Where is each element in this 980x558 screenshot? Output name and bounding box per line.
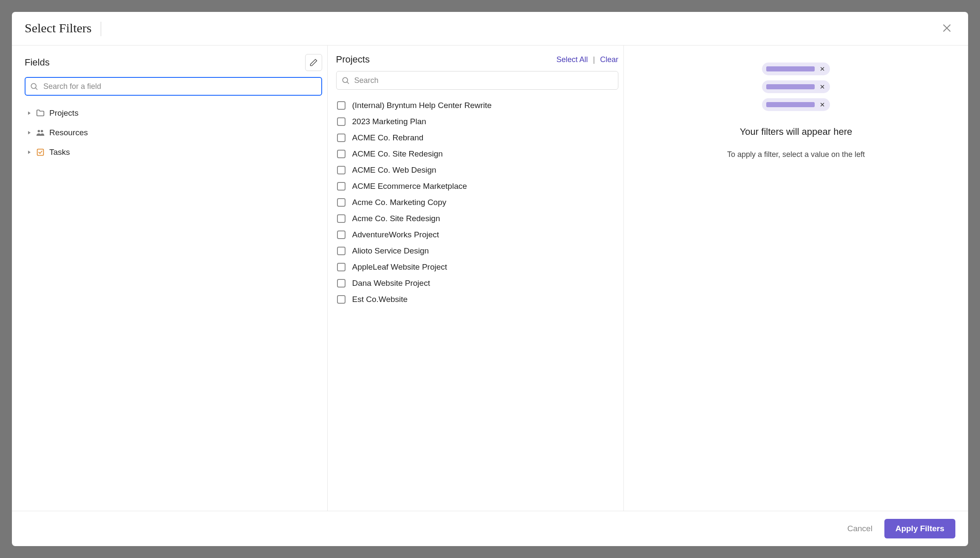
value-row[interactable]: ACME Co. Site Redesign [336,146,615,162]
select-filters-modal: Select Filters Fields [12,12,968,546]
value-row[interactable]: (Internal) Bryntum Help Center Rewrite [336,97,615,114]
checkbox[interactable] [337,166,346,174]
value-label: AppleLeaf Website Project [352,262,448,272]
value-label: Alioto Service Design [352,246,429,256]
tree-item-label: Resources [49,128,88,137]
values-list[interactable]: (Internal) Bryntum Help Center Rewrite 2… [336,97,619,511]
preview-subtitle: To apply a filter, select a value on the… [727,150,865,159]
close-icon [941,23,952,34]
value-row[interactable]: ACME Ecommerce Marketplace [336,178,615,194]
fields-search-input[interactable] [25,77,322,96]
checkbox[interactable] [337,182,346,191]
svg-line-11 [347,82,348,84]
svg-line-3 [36,88,37,90]
value-row[interactable]: ACME Co. Rebrand [336,130,615,146]
svg-rect-9 [37,149,44,156]
value-row[interactable]: 2023 Marketing Plan [336,114,615,130]
value-label: Est Co.Website [352,295,408,304]
fields-panel-header: Fields [25,54,322,71]
value-label: (Internal) Bryntum Help Center Rewrite [352,101,492,110]
filter-chip-placeholder [762,63,830,75]
value-label: ACME Co. Site Redesign [352,149,443,159]
apply-filters-button[interactable]: Apply Filters [884,519,955,538]
chevron-right-icon [27,150,31,154]
value-row[interactable]: Acme Co. Site Redesign [336,211,615,227]
pencil-icon [309,58,318,67]
link-separator: | [593,55,595,64]
value-label: AdventureWorks Project [352,230,439,239]
values-heading: Projects [336,54,370,65]
chip-close-icon [819,83,826,90]
svg-marker-5 [28,131,31,134]
value-row[interactable]: Est Co.Website [336,291,615,307]
value-label: Acme Co. Site Redesign [352,214,440,223]
search-icon [341,76,350,85]
checkbox[interactable] [337,263,346,271]
svg-marker-4 [28,111,31,115]
modal-footer: Cancel Apply Filters [12,511,968,546]
preview-title: Your filters will appear here [740,126,853,137]
checkbox[interactable] [337,295,346,304]
svg-marker-8 [28,151,31,154]
folder-icon [36,108,45,118]
value-row[interactable]: Alioto Service Design [336,243,615,259]
checkbox[interactable] [337,134,346,142]
tree-item-label: Tasks [49,148,70,157]
checkbox[interactable] [337,198,346,207]
checkbox[interactable] [337,279,346,288]
svg-point-6 [38,130,40,133]
task-check-icon [36,148,45,157]
checkbox[interactable] [337,150,346,158]
modal-body: Fields Projects [12,46,968,511]
title-divider [101,22,101,36]
values-search-input[interactable] [336,71,619,90]
edit-fields-button[interactable] [305,54,322,71]
people-icon [36,128,45,137]
checkbox[interactable] [337,231,346,239]
fields-tree[interactable]: Projects Resources [25,103,322,502]
modal-title: Select Filters [25,21,91,35]
value-label: Acme Co. Marketing Copy [352,198,447,207]
tree-item-resources[interactable]: Resources [25,123,320,142]
filter-chip-placeholder [762,98,830,111]
modal-header: Select Filters [12,12,968,46]
tree-item-label: Projects [49,108,79,118]
value-label: ACME Co. Web Design [352,165,436,175]
checkbox[interactable] [337,247,346,255]
checkbox[interactable] [337,214,346,223]
value-label: Dana Website Project [352,279,430,288]
clear-link[interactable]: Clear [600,55,618,64]
value-label: 2023 Marketing Plan [352,117,426,126]
value-label: ACME Co. Rebrand [352,133,424,142]
chip-close-icon [819,65,826,72]
value-row[interactable]: AppleLeaf Website Project [336,259,615,275]
filter-chip-placeholder [762,80,830,93]
chip-placeholder-bar [766,84,815,89]
values-panel: Projects Select All | Clear (Internal) B… [328,46,624,511]
fields-heading: Fields [25,57,50,68]
cancel-button[interactable]: Cancel [847,524,872,533]
svg-point-7 [41,130,43,133]
fields-panel: Fields Projects [12,46,328,511]
tree-item-projects[interactable]: Projects [25,103,320,123]
select-all-link[interactable]: Select All [556,55,588,64]
checkbox[interactable] [337,101,346,110]
value-row[interactable]: Acme Co. Marketing Copy [336,194,615,211]
checkbox[interactable] [337,117,346,126]
close-button[interactable] [938,20,955,37]
chip-placeholder-bar [766,66,815,71]
preview-panel: Your filters will appear here To apply a… [624,46,968,511]
tree-item-tasks[interactable]: Tasks [25,142,320,162]
chip-placeholder-bar [766,102,815,107]
fields-search-wrap [25,77,322,96]
search-icon [30,82,38,91]
value-label: ACME Ecommerce Marketplace [352,182,467,191]
chevron-right-icon [27,111,31,115]
values-panel-header: Projects Select All | Clear [336,54,619,65]
chevron-right-icon [27,131,31,135]
chip-close-icon [819,101,826,108]
value-row[interactable]: Dana Website Project [336,275,615,291]
values-search-wrap [336,71,619,90]
value-row[interactable]: ACME Co. Web Design [336,162,615,178]
value-row[interactable]: AdventureWorks Project [336,227,615,243]
